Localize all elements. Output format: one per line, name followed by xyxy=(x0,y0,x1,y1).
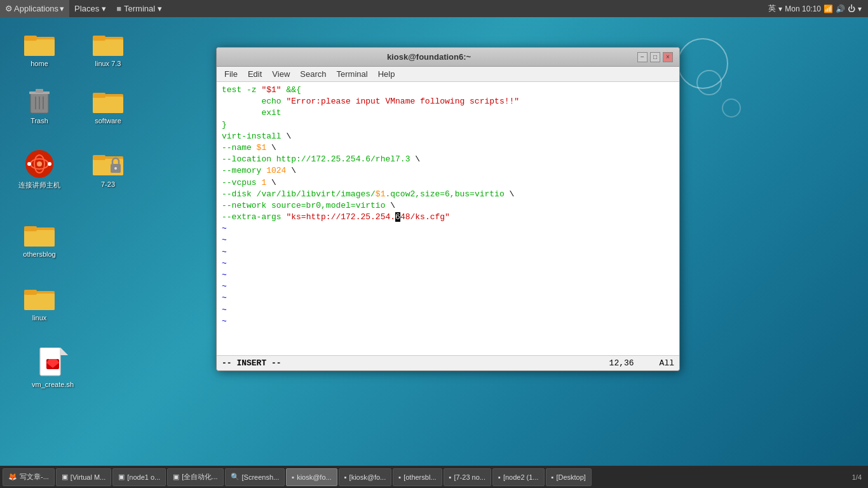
desktop-icon-linux[interactable]: linux xyxy=(14,280,65,324)
terminal-icon: ■ xyxy=(116,4,121,13)
taskbar-icon-7: ▪ xyxy=(398,473,401,481)
language-indicator[interactable]: 英 xyxy=(768,3,776,14)
tilde-2: ~ xyxy=(222,234,674,246)
taskbar-right: 1/4 xyxy=(848,473,865,481)
lock-label: 7-23 xyxy=(101,180,115,188)
tilde-9: ~ xyxy=(222,316,674,327)
desktop-icon-trash[interactable]: Trash xyxy=(14,83,65,127)
vim-scroll: All xyxy=(660,358,674,368)
menu-terminal[interactable]: Terminal xyxy=(332,68,373,80)
power-chevron-icon: ▾ xyxy=(858,4,862,13)
code-line-7: --location http://172.25.254.6/rhel7.3 \ xyxy=(222,154,674,165)
taskbar-label-10: [Desktop] xyxy=(556,473,585,481)
menu-view[interactable]: View xyxy=(267,68,295,80)
volume-icon: 🔊 xyxy=(836,4,845,13)
taskbar-btn-6[interactable]: ▪ [kiosk@fo... xyxy=(339,468,392,486)
taskbar-btn-2[interactable]: ▣ [node1 o... xyxy=(112,468,166,486)
software-folder-icon xyxy=(93,85,123,116)
power-icon[interactable]: ⏻ xyxy=(848,4,855,13)
othersblog-label: othersblog xyxy=(23,250,55,258)
desktop-icon-lock[interactable]: 7-23 xyxy=(83,146,133,191)
menu-help[interactable]: Help xyxy=(373,68,400,80)
terminal-content[interactable]: test -z "$1" &&{ echo "Error:please inpu… xyxy=(217,82,679,355)
taskbar-btn-1[interactable]: ▣ [Virtual M... xyxy=(56,468,111,486)
taskbar-label-4: [Screensh... xyxy=(242,473,280,481)
linux73-folder-icon xyxy=(93,28,123,58)
taskbar-btn-9[interactable]: ▪ [node2 (1... xyxy=(492,468,545,486)
taskbar-btn-0[interactable]: 🦊 写文章-... xyxy=(3,468,55,486)
taskbar-icon-5: ▪ xyxy=(292,473,294,481)
desktop-icon-software[interactable]: software xyxy=(83,83,133,127)
tilde-4: ~ xyxy=(222,258,674,269)
taskbar-label-2: [node1 o... xyxy=(127,473,160,481)
apps-chevron-icon: ▾ xyxy=(60,4,64,13)
desktop-icon-home[interactable]: home xyxy=(14,25,65,70)
desktop-icon-linux73[interactable]: linux 7.3 xyxy=(83,25,133,70)
taskbar-label-3: [全自动化... xyxy=(182,472,217,482)
taskbar-label-7: [othersbl... xyxy=(403,473,436,481)
taskbar-btn-4[interactable]: 🔍 [Screensh... xyxy=(225,468,285,486)
taskbar: 🦊 写文章-... ▣ [Virtual M... ▣ [node1 o... … xyxy=(0,466,868,488)
taskbar-btn-7[interactable]: ▪ [othersbl... xyxy=(393,468,442,486)
tilde-3: ~ xyxy=(222,247,674,258)
wifi-icon: 📶 xyxy=(824,4,833,13)
terminal-statusbar: -- INSERT --12,36All xyxy=(217,355,679,370)
svg-point-25 xyxy=(114,167,117,170)
code-line-8: --memory 1024 \ xyxy=(222,165,674,177)
software-label: software xyxy=(95,117,121,125)
menu-search[interactable]: Search xyxy=(295,68,331,80)
svg-point-18 xyxy=(37,161,42,166)
taskbar-icon-10: ▪ xyxy=(552,473,554,481)
taskbar-icon-6: ▪ xyxy=(344,473,347,481)
taskbar-btn-3[interactable]: ▣ [全自动化... xyxy=(167,468,223,486)
tilde-7: ~ xyxy=(222,292,674,304)
taskbar-label-0: 写文章-... xyxy=(20,472,49,482)
taskbar-label-6: [kiosk@fo... xyxy=(349,473,386,481)
taskbar-icon-9: ▪ xyxy=(498,473,501,481)
taskbar-btn-5[interactable]: ▪ kiosk@fo... xyxy=(286,468,337,486)
script-icon xyxy=(37,349,68,379)
topbar: ⚙ Applications ▾ Places ▾ ■ Terminal ▾ 英… xyxy=(0,0,868,17)
terminal-menubar: File Edit View Search Terminal Help xyxy=(217,67,679,82)
taskbar-btn-10[interactable]: ▪ [Desktop] xyxy=(546,468,592,486)
vim-mode: -- INSERT -- xyxy=(222,358,281,368)
terminal-chevron-icon: ▾ xyxy=(158,4,162,13)
menu-edit[interactable]: Edit xyxy=(243,68,267,80)
linux-label: linux xyxy=(32,314,47,322)
terminal-menu[interactable]: ■ Terminal ▾ xyxy=(111,0,167,17)
taskbar-label-5: kiosk@fo... xyxy=(297,473,332,481)
minimize-button[interactable]: − xyxy=(637,52,648,62)
taskbar-label-1: [Virtual M... xyxy=(71,473,105,481)
taskbar-btn-8[interactable]: ▪ [7-23 no... xyxy=(444,468,491,486)
taskbar-icon-2: ▣ xyxy=(118,473,125,481)
terminal-label: Terminal xyxy=(124,4,155,13)
code-line-2: echo "Error:please input VMname followin… xyxy=(222,96,674,107)
places-menu[interactable]: Places ▾ xyxy=(69,0,111,17)
applications-label: Applications xyxy=(14,4,58,13)
taskbar-icon-8: ▪ xyxy=(449,473,452,481)
desktop-icon-othersblog[interactable]: othersblog xyxy=(14,216,65,261)
desktop-icon-connect[interactable]: 连接讲师主机 xyxy=(14,146,65,193)
svg-rect-8 xyxy=(36,89,43,93)
code-line-9: --vcpus 1 \ xyxy=(222,177,674,189)
tilde-8: ~ xyxy=(222,304,674,316)
maximize-button[interactable]: □ xyxy=(650,52,660,62)
svg-rect-13 xyxy=(93,97,123,113)
topbar-right: 英 ▾ Mon 10:10 📶 🔊 ⏻ ▾ xyxy=(762,3,868,14)
svg-rect-14 xyxy=(93,93,105,98)
svg-point-19 xyxy=(27,162,31,166)
linux73-label: linux 7.3 xyxy=(95,60,121,67)
desktop-icon-vmcreate[interactable]: vm_create.sh xyxy=(24,346,81,391)
code-line-10: --disk /var/lib/libvirt/images/$1.qcow2,… xyxy=(222,189,674,200)
terminal-titlebar: kiosk@foundation6:~ − □ × xyxy=(217,48,679,67)
applications-menu[interactable]: ⚙ Applications ▾ xyxy=(0,0,69,17)
othersblog-folder-icon xyxy=(24,219,55,249)
code-line-1: test -z "$1" &&{ xyxy=(222,85,674,96)
code-line-11: --network source=br0,model=virtio \ xyxy=(222,200,674,212)
close-button[interactable]: × xyxy=(663,52,673,62)
menu-file[interactable]: File xyxy=(219,68,243,80)
svg-rect-5 xyxy=(93,36,105,41)
code-line-6: --name $1 \ xyxy=(222,142,674,154)
apps-icon: ⚙ xyxy=(5,4,13,13)
terminal-window[interactable]: kiosk@foundation6:~ − □ × File Edit View… xyxy=(216,47,680,371)
